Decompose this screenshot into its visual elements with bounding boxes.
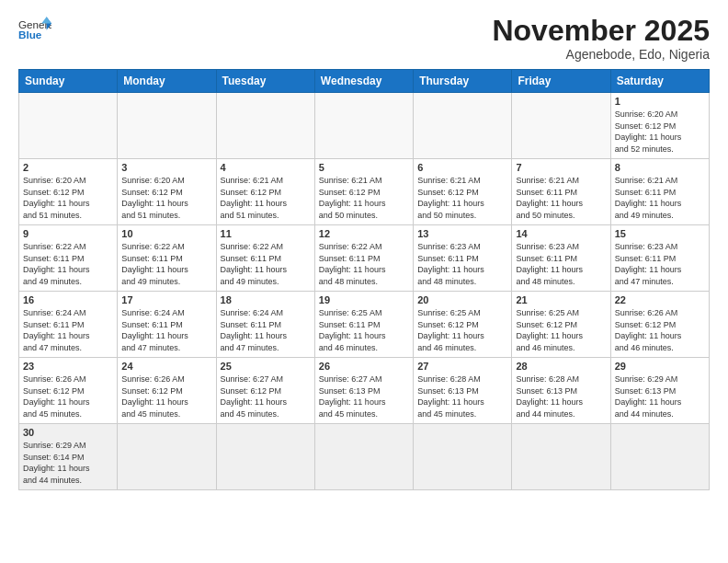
calendar-cell: 6Sunrise: 6:21 AM Sunset: 6:12 PM Daylig…: [414, 159, 512, 225]
day-number: 18: [221, 294, 311, 305]
calendar-cell: 9Sunrise: 6:22 AM Sunset: 6:11 PM Daylig…: [19, 225, 118, 292]
day-info: Sunrise: 6:25 AM Sunset: 6:12 PM Dayligh…: [417, 307, 507, 353]
day-info: Sunrise: 6:29 AM Sunset: 6:13 PM Dayligh…: [615, 373, 705, 419]
calendar-cell: 2Sunrise: 6:20 AM Sunset: 6:12 PM Daylig…: [19, 159, 118, 225]
day-number: 10: [121, 228, 211, 239]
weekday-wednesday: Wednesday: [314, 70, 413, 93]
day-number: 14: [516, 228, 606, 239]
calendar-cell: [118, 93, 216, 159]
day-number: 8: [615, 162, 705, 173]
day-number: 5: [319, 162, 409, 173]
calendar-cell: 22Sunrise: 6:26 AM Sunset: 6:12 PM Dayli…: [610, 292, 709, 358]
day-number: 16: [23, 294, 113, 305]
calendar-cell: 24Sunrise: 6:26 AM Sunset: 6:12 PM Dayli…: [118, 358, 216, 424]
day-info: Sunrise: 6:27 AM Sunset: 6:13 PM Dayligh…: [319, 373, 409, 419]
day-info: Sunrise: 6:29 AM Sunset: 6:14 PM Dayligh…: [23, 440, 113, 486]
day-info: Sunrise: 6:21 AM Sunset: 6:11 PM Dayligh…: [516, 175, 606, 221]
weekday-monday: Monday: [118, 70, 216, 93]
day-number: 20: [417, 294, 507, 305]
weekday-header-row: SundayMondayTuesdayWednesdayThursdayFrid…: [19, 70, 710, 93]
day-number: 2: [23, 162, 113, 173]
day-info: Sunrise: 6:21 AM Sunset: 6:12 PM Dayligh…: [319, 175, 409, 221]
day-number: 19: [319, 294, 409, 305]
day-number: 21: [516, 294, 606, 305]
calendar-cell: [414, 93, 512, 159]
weekday-saturday: Saturday: [610, 70, 709, 93]
day-info: Sunrise: 6:22 AM Sunset: 6:11 PM Dayligh…: [23, 241, 113, 287]
day-number: 12: [319, 228, 409, 239]
day-number: 22: [615, 294, 705, 305]
svg-text:Blue: Blue: [18, 29, 42, 40]
header: General Blue November 2025 Agenebode, Ed…: [18, 15, 710, 62]
calendar-cell: 3Sunrise: 6:20 AM Sunset: 6:12 PM Daylig…: [118, 159, 216, 225]
weekday-friday: Friday: [512, 70, 610, 93]
calendar-cell: [512, 424, 610, 490]
day-info: Sunrise: 6:21 AM Sunset: 6:12 PM Dayligh…: [221, 175, 311, 221]
calendar-cell: 23Sunrise: 6:26 AM Sunset: 6:12 PM Dayli…: [19, 358, 118, 424]
calendar-cell: 28Sunrise: 6:28 AM Sunset: 6:13 PM Dayli…: [512, 358, 610, 424]
day-number: 13: [417, 228, 507, 239]
day-info: Sunrise: 6:20 AM Sunset: 6:12 PM Dayligh…: [615, 109, 705, 155]
calendar-cell: 12Sunrise: 6:22 AM Sunset: 6:11 PM Dayli…: [314, 225, 413, 292]
day-info: Sunrise: 6:24 AM Sunset: 6:11 PM Dayligh…: [23, 307, 113, 353]
day-number: 27: [417, 361, 507, 372]
day-info: Sunrise: 6:23 AM Sunset: 6:11 PM Dayligh…: [516, 241, 606, 287]
day-info: Sunrise: 6:21 AM Sunset: 6:12 PM Dayligh…: [417, 175, 507, 221]
day-number: 26: [319, 361, 409, 372]
calendar-cell: 27Sunrise: 6:28 AM Sunset: 6:13 PM Dayli…: [414, 358, 512, 424]
calendar-cell: 11Sunrise: 6:22 AM Sunset: 6:11 PM Dayli…: [216, 225, 314, 292]
day-info: Sunrise: 6:25 AM Sunset: 6:11 PM Dayligh…: [319, 307, 409, 353]
calendar-cell: 30Sunrise: 6:29 AM Sunset: 6:14 PM Dayli…: [19, 424, 118, 490]
page: General Blue November 2025 Agenebode, Ed…: [0, 0, 728, 500]
calendar-cell: 8Sunrise: 6:21 AM Sunset: 6:11 PM Daylig…: [610, 159, 709, 225]
calendar-row-6: 30Sunrise: 6:29 AM Sunset: 6:14 PM Dayli…: [19, 424, 710, 490]
day-info: Sunrise: 6:27 AM Sunset: 6:12 PM Dayligh…: [221, 373, 311, 419]
day-info: Sunrise: 6:28 AM Sunset: 6:13 PM Dayligh…: [516, 373, 606, 419]
day-number: 4: [221, 162, 311, 173]
day-number: 7: [516, 162, 606, 173]
day-info: Sunrise: 6:22 AM Sunset: 6:11 PM Dayligh…: [319, 241, 409, 287]
calendar-row-3: 9Sunrise: 6:22 AM Sunset: 6:11 PM Daylig…: [19, 225, 710, 292]
calendar: SundayMondayTuesdayWednesdayThursdayFrid…: [18, 69, 710, 490]
day-number: 28: [516, 361, 606, 372]
day-info: Sunrise: 6:26 AM Sunset: 6:12 PM Dayligh…: [615, 307, 705, 353]
calendar-cell: 25Sunrise: 6:27 AM Sunset: 6:12 PM Dayli…: [216, 358, 314, 424]
calendar-cell: 5Sunrise: 6:21 AM Sunset: 6:12 PM Daylig…: [314, 159, 413, 225]
calendar-cell: 15Sunrise: 6:23 AM Sunset: 6:11 PM Dayli…: [610, 225, 709, 292]
day-info: Sunrise: 6:23 AM Sunset: 6:11 PM Dayligh…: [417, 241, 507, 287]
calendar-cell: [216, 424, 314, 490]
calendar-cell: 4Sunrise: 6:21 AM Sunset: 6:12 PM Daylig…: [216, 159, 314, 225]
calendar-cell: 26Sunrise: 6:27 AM Sunset: 6:13 PM Dayli…: [314, 358, 413, 424]
calendar-row-5: 23Sunrise: 6:26 AM Sunset: 6:12 PM Dayli…: [19, 358, 710, 424]
day-info: Sunrise: 6:24 AM Sunset: 6:11 PM Dayligh…: [221, 307, 311, 353]
day-number: 30: [23, 427, 113, 438]
calendar-cell: 17Sunrise: 6:24 AM Sunset: 6:11 PM Dayli…: [118, 292, 216, 358]
calendar-row-1: 1Sunrise: 6:20 AM Sunset: 6:12 PM Daylig…: [19, 93, 710, 159]
calendar-cell: [512, 93, 610, 159]
day-number: 29: [615, 361, 705, 372]
logo: General Blue: [18, 15, 51, 40]
day-info: Sunrise: 6:20 AM Sunset: 6:12 PM Dayligh…: [121, 175, 211, 221]
calendar-cell: 20Sunrise: 6:25 AM Sunset: 6:12 PM Dayli…: [414, 292, 512, 358]
day-number: 23: [23, 361, 113, 372]
day-info: Sunrise: 6:21 AM Sunset: 6:11 PM Dayligh…: [615, 175, 705, 221]
day-info: Sunrise: 6:20 AM Sunset: 6:12 PM Dayligh…: [23, 175, 113, 221]
location: Agenebode, Edo, Nigeria: [492, 47, 710, 62]
calendar-cell: 7Sunrise: 6:21 AM Sunset: 6:11 PM Daylig…: [512, 159, 610, 225]
calendar-cell: [314, 93, 413, 159]
calendar-cell: 18Sunrise: 6:24 AM Sunset: 6:11 PM Dayli…: [216, 292, 314, 358]
title-area: November 2025 Agenebode, Edo, Nigeria: [492, 15, 710, 62]
calendar-cell: [610, 424, 709, 490]
day-number: 24: [121, 361, 211, 372]
calendar-cell: [19, 93, 118, 159]
calendar-cell: [118, 424, 216, 490]
day-number: 3: [121, 162, 211, 173]
day-number: 6: [417, 162, 507, 173]
day-info: Sunrise: 6:24 AM Sunset: 6:11 PM Dayligh…: [121, 307, 211, 353]
calendar-cell: [414, 424, 512, 490]
calendar-cell: 10Sunrise: 6:22 AM Sunset: 6:11 PM Dayli…: [118, 225, 216, 292]
month-title: November 2025: [492, 15, 710, 47]
calendar-cell: 13Sunrise: 6:23 AM Sunset: 6:11 PM Dayli…: [414, 225, 512, 292]
day-info: Sunrise: 6:22 AM Sunset: 6:11 PM Dayligh…: [121, 241, 211, 287]
day-info: Sunrise: 6:25 AM Sunset: 6:12 PM Dayligh…: [516, 307, 606, 353]
